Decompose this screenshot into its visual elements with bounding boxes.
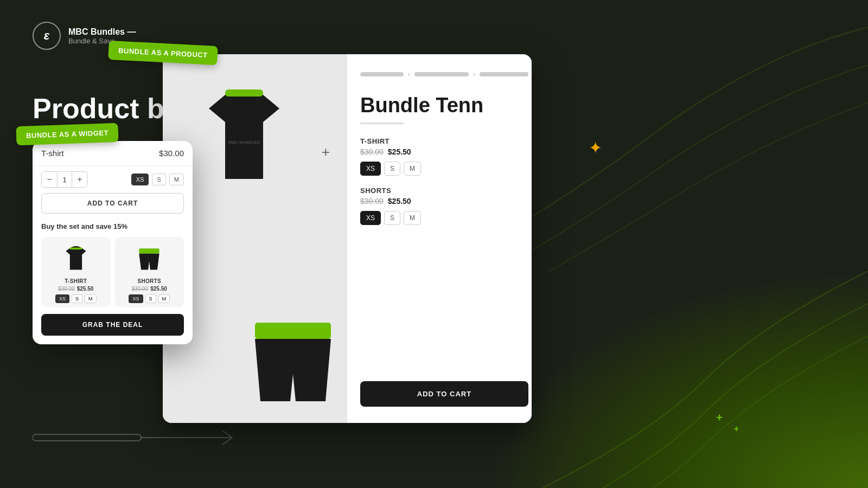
bundle-item-tshirt: T-SHIRT $30.00 $25.50 XS S M xyxy=(41,237,111,307)
detail-tshirt-new-price: $25.50 xyxy=(388,147,411,156)
widget-add-to-cart-button[interactable]: ADD TO CART xyxy=(41,193,184,214)
widget-card: T-shirt $30.00 − 1 + XS S M ADD TO CART … xyxy=(33,141,193,344)
svg-text:MBC BUNDLES: MBC BUNDLES xyxy=(228,140,260,145)
widget-product-name: T-shirt xyxy=(41,149,64,158)
bundle-tshirt-prices: $30.00 $25.50 xyxy=(58,286,93,292)
shorts-size-s[interactable]: S xyxy=(145,294,156,303)
svg-rect-4 xyxy=(225,89,263,97)
detail-shorts-name: SHORTS xyxy=(360,187,528,195)
bundle-shorts-prices: $30.00 $25.50 xyxy=(132,286,167,292)
product-detail-title: Bundle Tenn xyxy=(360,94,528,117)
bundle-tshirt-name: T-SHIRT xyxy=(65,278,87,284)
breadcrumb-line-1 xyxy=(360,72,404,76)
bundle-widget-label: BUNDLE AS A WIDGET xyxy=(16,123,118,146)
product-plus-icon: + xyxy=(322,144,330,160)
tshirt-size-xs[interactable]: XS xyxy=(55,294,69,303)
detail-tshirt-s[interactable]: S xyxy=(384,162,400,176)
qty-plus-button[interactable]: + xyxy=(72,172,87,187)
svg-rect-6 xyxy=(255,323,331,339)
detail-tshirt-xs[interactable]: XS xyxy=(360,162,381,176)
bottom-arrow xyxy=(33,421,239,455)
svg-rect-2 xyxy=(70,247,82,249)
detail-tshirt-prices: $30.00 $25.50 xyxy=(360,147,528,156)
svg-rect-0 xyxy=(33,434,141,441)
detail-shorts-new-price: $25.50 xyxy=(388,197,411,206)
qty-minus-button[interactable]: − xyxy=(42,172,57,187)
detail-tshirt-name: T-SHIRT xyxy=(360,137,528,145)
widget-qty-row: − 1 + XS S M xyxy=(33,166,193,193)
tshirt-size-s[interactable]: S xyxy=(72,294,82,303)
detail-tshirt-sizes: XS S M xyxy=(360,162,528,176)
detail-tshirt-old-price: $30.00 xyxy=(360,147,384,156)
tshirt-size-m[interactable]: M xyxy=(85,294,97,303)
grab-deal-button[interactable]: GRAB THE DEAL xyxy=(41,314,184,336)
qty-control: − 1 + xyxy=(41,171,88,188)
shorts-new-price: $25.50 xyxy=(150,286,167,292)
product-page-card: MBC BUNDLES + › › Bundle Tenn xyxy=(163,54,532,423)
detail-shorts-sizes: XS S M xyxy=(360,211,528,225)
detail-shorts-xs[interactable]: XS xyxy=(360,211,381,225)
breadcrumb-line-3 xyxy=(480,72,528,76)
breadcrumb-line-2 xyxy=(414,72,469,76)
widget-size-options: XS S M xyxy=(131,174,184,185)
bundle-save-text: Buy the set and save 15% xyxy=(33,219,193,237)
detail-shorts-prices: $30.00 $25.50 xyxy=(360,197,528,206)
svg-rect-3 xyxy=(139,248,159,253)
tshirt-old-price: $30.00 xyxy=(58,286,75,292)
qty-value: 1 xyxy=(57,172,72,187)
shorts-size-xs[interactable]: XS xyxy=(129,294,143,303)
product-page-inner: MBC BUNDLES + › › Bundle Tenn xyxy=(163,54,532,423)
logo-icon: ε xyxy=(33,22,61,50)
detail-shorts-old-price: $30.00 xyxy=(360,197,384,206)
breadcrumb: › › xyxy=(360,70,528,78)
size-s-button[interactable]: S xyxy=(152,174,165,185)
detail-shorts-m[interactable]: M xyxy=(404,211,421,225)
product-detail-area: › › Bundle Tenn T-SHIRT $30.00 $25.50 XS… xyxy=(347,54,532,423)
tshirt-size-row: XS S M xyxy=(55,294,97,303)
shorts-old-price: $30.00 xyxy=(132,286,149,292)
size-m-button[interactable]: M xyxy=(169,174,184,185)
bundle-shorts-name: SHORTS xyxy=(138,278,161,284)
tshirt-new-price: $25.50 xyxy=(77,286,94,292)
logo-title: MBC Bundles — xyxy=(68,27,136,37)
breadcrumb-arrow-2: › xyxy=(473,70,475,78)
size-xs-button[interactable]: XS xyxy=(131,174,149,185)
detail-tshirt-m[interactable]: M xyxy=(404,162,421,176)
bundle-item-shorts: SHORTS $30.00 $25.50 XS S M xyxy=(115,237,184,307)
shorts-size-m[interactable]: M xyxy=(158,294,170,303)
bg-glow-bottom-right xyxy=(488,271,868,488)
detail-shorts-s[interactable]: S xyxy=(384,211,400,225)
detail-divider xyxy=(360,123,404,124)
detail-add-to-cart-button[interactable]: ADD TO CART xyxy=(360,381,528,407)
tshirt-image xyxy=(60,242,92,275)
shorts-image xyxy=(133,242,165,275)
breadcrumb-arrow-1: › xyxy=(408,70,410,78)
bundle-items-row: T-SHIRT $30.00 $25.50 XS S M SHORTS $30.… xyxy=(33,237,193,314)
widget-product-price: $30.00 xyxy=(159,149,184,158)
widget-product-header: T-shirt $30.00 xyxy=(33,141,193,166)
shorts-size-row: XS S M xyxy=(129,294,170,303)
